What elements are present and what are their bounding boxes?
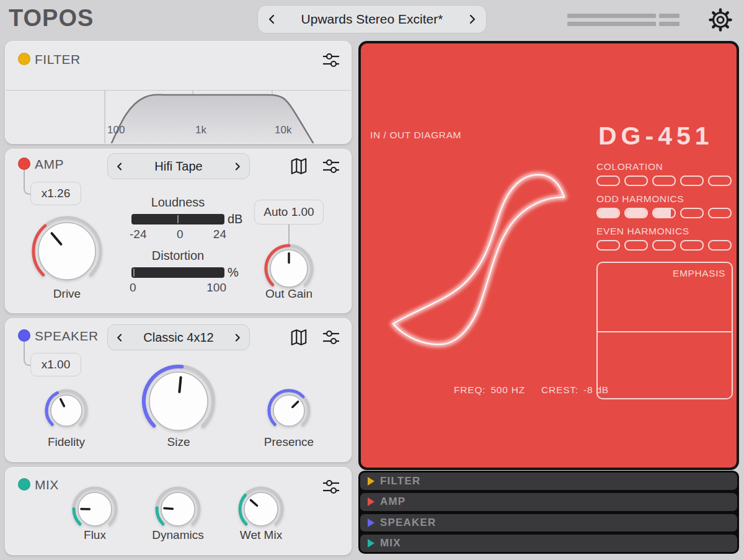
filter-eq-display[interactable]: 100 1k 10k (6, 90, 351, 143)
expand-triangle-icon (368, 477, 374, 486)
dynamics-knob[interactable] (154, 486, 202, 533)
harmonic-pill (652, 208, 676, 218)
auto-gain-badge[interactable]: Auto 1.00 (254, 200, 324, 224)
inout-diagram-label: IN / OUT DIAGRAM (370, 130, 461, 141)
harmonic-pill (680, 240, 704, 251)
amp-preset-name: Hifi Tape (125, 159, 232, 174)
harmonic-pill (624, 240, 648, 251)
loudness-tick-max: 24 (213, 228, 226, 241)
main-preset-selector[interactable]: Upwards Stereo Exciter* (257, 5, 487, 33)
crest-label: CREST: (541, 384, 578, 396)
speaker-preset-selector[interactable]: Classic 4x12 (107, 324, 250, 350)
meter-segment (659, 14, 680, 18)
mix-section: MIX Flux Dynamics Wet Mix (5, 467, 352, 555)
filter-enable-dot[interactable] (18, 53, 30, 65)
speaker-map-icon[interactable] (290, 328, 308, 349)
filter-section-title: FILTER (35, 52, 81, 67)
io-level-meter (567, 14, 680, 30)
odd-harmonics-meter (596, 208, 732, 218)
even-harmonics-label: EVEN HARMONICS (596, 226, 689, 237)
amp-multiplier-badge[interactable]: x1.26 (30, 182, 81, 205)
mix-sliders-icon[interactable] (322, 478, 340, 498)
speaker-sliders-icon[interactable] (322, 329, 340, 349)
distortion-meter (131, 267, 224, 278)
speaker-section: SPEAKER Classic 4x12 x1.00 Fidelity Size… (5, 318, 352, 462)
harmonic-pill (596, 240, 620, 251)
amp-preset-next-icon[interactable] (232, 162, 242, 171)
harmonic-pill (596, 176, 620, 186)
freq-value: 500 HZ (490, 384, 525, 396)
size-knob[interactable] (141, 363, 216, 439)
collapsed-amp-bar[interactable]: AMP (360, 493, 737, 510)
filter-section: FILTER 100 1k 10k (5, 41, 352, 144)
distortion-unit: % (228, 265, 239, 280)
filter-sliders-icon[interactable] (322, 51, 340, 71)
expand-triangle-icon (368, 539, 374, 548)
coloration-meter (596, 176, 732, 186)
size-knob-label: Size (167, 435, 190, 449)
loudness-tick-min: -24 (130, 228, 146, 241)
main-preset-name: Upwards Stereo Exciter* (278, 12, 466, 27)
drive-knob[interactable] (31, 215, 104, 288)
collapsed-speaker-bar[interactable]: SPEAKER (360, 514, 737, 531)
presence-knob-label: Presence (264, 435, 314, 449)
loudness-meter (131, 214, 224, 224)
app-logo: TOPOS (9, 5, 94, 32)
distortion-scale: 0 100 (130, 281, 226, 295)
harmonic-pill (624, 176, 648, 186)
collapsed-filter-bar[interactable]: FILTER (360, 473, 737, 490)
speaker-preset-next-icon[interactable] (232, 333, 242, 342)
amp-sliders-icon[interactable] (322, 158, 340, 177)
preset-prev-icon[interactable] (267, 14, 278, 25)
emphasis-label: EMPHASIS (673, 268, 725, 279)
loudness-tick-mid: 0 (177, 228, 184, 241)
presence-knob[interactable] (267, 388, 312, 433)
model-name: DG-451 (598, 122, 714, 151)
collapsed-mix-bar[interactable]: MIX (360, 535, 737, 552)
coloration-label: COLORATION (596, 161, 663, 172)
speaker-multiplier-badge[interactable]: x1.00 (30, 353, 81, 376)
harmonic-pill (680, 176, 704, 186)
speaker-enable-dot[interactable] (18, 329, 30, 342)
drive-knob-label: Drive (53, 287, 81, 301)
collapsed-filter-label: FILTER (380, 475, 420, 487)
harmonic-pill (708, 176, 732, 186)
meter-segment (567, 22, 656, 26)
loudness-label: Loudness (151, 195, 205, 210)
amp-enable-dot[interactable] (18, 158, 30, 170)
freq-tick-10k: 10k (275, 124, 291, 136)
transfer-curve (361, 43, 737, 468)
collapsed-mix-label: MIX (380, 537, 401, 549)
flux-knob-label: Flux (84, 528, 106, 542)
harmonic-pill (652, 176, 676, 186)
mix-enable-dot[interactable] (18, 478, 30, 491)
wet-mix-knob-label: Wet Mix (240, 528, 282, 542)
amp-section-title: AMP (35, 157, 64, 172)
odd-harmonics-label: ODD HARMONICS (596, 193, 684, 205)
amp-map-icon[interactable] (290, 157, 308, 178)
settings-gear-icon[interactable] (708, 7, 733, 35)
speaker-preset-prev-icon[interactable] (115, 333, 125, 342)
preset-next-icon[interactable] (466, 14, 477, 25)
expand-triangle-icon (368, 518, 374, 527)
fidelity-knob[interactable] (44, 388, 89, 433)
amp-preset-prev-icon[interactable] (115, 162, 125, 171)
freq-label: FREQ: (454, 384, 485, 396)
collapsed-speaker-label: SPEAKER (380, 517, 436, 529)
emphasis-box: EMPHASIS (596, 262, 733, 399)
harmonic-pill (596, 208, 620, 218)
collapsed-amp-label: AMP (380, 496, 405, 508)
flux-knob[interactable] (71, 486, 119, 533)
harmonic-pill (708, 240, 732, 251)
collapsed-sections: FILTER AMP SPEAKER MIX (358, 471, 739, 554)
loudness-unit: dB (228, 212, 242, 226)
amp-preset-selector[interactable]: Hifi Tape (107, 153, 250, 179)
wet-mix-knob[interactable] (237, 486, 285, 533)
freq-tick-1k: 1k (195, 124, 206, 136)
freq-crest-readout: FREQ: 500 HZ CREST: -8 dB (454, 384, 609, 396)
emphasis-divider (598, 331, 732, 332)
amp-section: AMP Hifi Tape x1.26 Loudness dB -24 0 24… (5, 149, 352, 313)
speaker-preset-name: Classic 4x12 (125, 331, 232, 345)
crest-value: -8 dB (583, 384, 609, 396)
loudness-scale: -24 0 24 (130, 228, 226, 241)
